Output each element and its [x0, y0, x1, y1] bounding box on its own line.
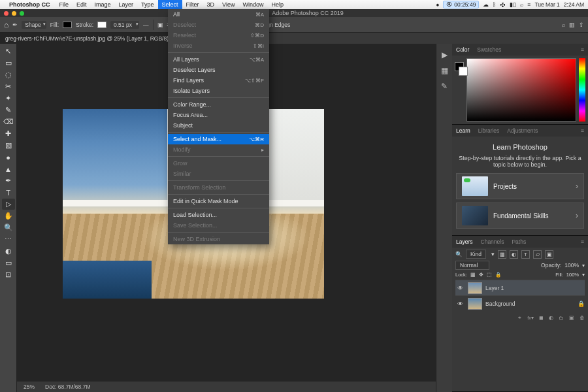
menu-item-color-range-[interactable]: Color Range... [168, 99, 269, 110]
menubar-date[interactable]: Tue Mar 1 [534, 1, 559, 8]
workspace-icon[interactable]: ▥ [569, 22, 575, 28]
filter-shape-icon[interactable]: ▱ [533, 250, 542, 259]
search-icon[interactable]: ⌕ [562, 22, 565, 28]
lock-artboard-icon[interactable]: ⬚ [487, 272, 492, 278]
color-field[interactable] [466, 58, 576, 122]
tool-9[interactable]: ● [2, 152, 15, 163]
home-icon[interactable]: ⌂ [4, 20, 8, 29]
document-tab[interactable]: greg-rivers-rChFUMwAe7E-unsplash.jpg @ 2… [0, 33, 174, 44]
tool-14[interactable]: ✋ [2, 210, 15, 221]
menubar-app[interactable]: Photoshop CC [5, 0, 54, 9]
mask-icon[interactable]: ◼ [539, 315, 544, 321]
menu-help[interactable]: Help [267, 0, 287, 9]
menu-item-deselect-layers[interactable]: Deselect Layers [168, 65, 269, 75]
history-icon[interactable]: ▦ [441, 66, 448, 75]
fill-swatch[interactable] [63, 22, 72, 28]
delete-icon[interactable]: 🗑 [580, 315, 585, 321]
learn-card-fundamentals[interactable]: Fundamental Skills › [456, 203, 584, 229]
visibility-icon[interactable]: 👁 [455, 285, 465, 291]
tool-10[interactable]: ▲ [2, 163, 15, 174]
tool-3[interactable]: ✂ [2, 81, 15, 92]
tool-1[interactable]: ▭ [2, 57, 15, 69]
filter-type-icon[interactable]: T [521, 250, 530, 259]
zoom-level[interactable]: 25% [24, 384, 35, 390]
menu-item-select-and-mask-[interactable]: Select and Mask...⌥⌘R [168, 134, 269, 144]
menu-item-find-layers[interactable]: Find Layers⌥⇧⌘F [168, 75, 269, 86]
tab-learn[interactable]: Learn [456, 127, 470, 134]
adjustment-icon[interactable]: ◐ [549, 315, 553, 321]
menu-edit[interactable]: Edit [73, 0, 91, 9]
tool-6[interactable]: ⌫ [2, 116, 15, 127]
menu-item-isolate-layers[interactable]: Isolate Layers [168, 86, 269, 96]
link-layers-icon[interactable]: ⚭ [517, 315, 522, 321]
menu-item-edit-in-quick-mask-mode[interactable]: Edit in Quick Mask Mode [168, 196, 269, 206]
fx-icon[interactable]: fx▾ [527, 315, 534, 321]
menu-layer[interactable]: Layer [115, 0, 138, 9]
menubar-timer[interactable]: ⦿00:25:49 [443, 1, 479, 8]
tab-adjustments[interactable]: Adjustments [507, 127, 538, 134]
menu-3d[interactable]: 3D [203, 0, 219, 9]
group-icon[interactable]: 🗀 [559, 315, 564, 321]
tab-libraries[interactable]: Libraries [478, 127, 500, 134]
new-layer-icon[interactable]: ▣ [569, 315, 574, 321]
layer-row[interactable]: 👁 Background 🔒 [455, 295, 585, 311]
filter-smart-icon[interactable]: ▣ [545, 250, 553, 259]
search-icon[interactable]: ⌕ [520, 1, 523, 8]
cloud-icon[interactable]: ☁ [483, 1, 489, 8]
filter-pixel-icon[interactable]: ▦ [498, 250, 506, 259]
blend-mode-select[interactable]: Normal [455, 261, 489, 270]
tab-channels[interactable]: Channels [481, 238, 504, 245]
tab-paths[interactable]: Paths [512, 238, 526, 245]
tool-mode-select[interactable]: Shape [22, 21, 46, 29]
filter-adjust-icon[interactable]: ◐ [510, 250, 518, 259]
menu-item-subject[interactable]: Subject [168, 120, 269, 131]
menu-image[interactable]: Image [91, 0, 115, 9]
menu-type[interactable]: Type [137, 0, 158, 9]
layer-row[interactable]: 👁 Layer 1 [455, 280, 585, 295]
menubar-time[interactable]: 2:24 AM [564, 1, 584, 8]
menu-file[interactable]: File [56, 0, 73, 9]
tool-13[interactable]: ▷ [2, 199, 15, 210]
visibility-icon[interactable]: 👁 [455, 301, 465, 307]
menu-item-all[interactable]: All⌘A [168, 9, 269, 20]
zoom-button[interactable] [20, 11, 24, 16]
menu-filter[interactable]: Filter [182, 0, 203, 9]
fg-bg-swatches[interactable] [455, 62, 464, 122]
bluetooth-icon[interactable]: ᛒ [493, 1, 496, 8]
panel-menu-icon[interactable]: ≡ [581, 127, 584, 134]
tool-17[interactable]: ◐ [2, 246, 15, 257]
tool-2[interactable]: ◌ [2, 69, 15, 80]
stroke-swatch[interactable] [97, 22, 106, 28]
menu-select[interactable]: Select [158, 0, 182, 9]
learn-card-projects[interactable]: Projects › [456, 173, 584, 199]
control-center-icon[interactable]: ≡ [527, 1, 531, 8]
lock-position-icon[interactable]: ✥ [479, 272, 483, 278]
doc-size[interactable]: Doc: 68.7M/68.7M [45, 384, 90, 390]
minimize-button[interactable] [12, 11, 16, 16]
battery-icon[interactable]: ▮▯ [510, 1, 516, 8]
tool-5[interactable]: ✎ [2, 105, 15, 116]
expand-icon[interactable]: ▶ [442, 50, 448, 59]
stroke-width[interactable]: 0.51 px [110, 21, 139, 29]
pen-tool-icon[interactable]: ✒ [12, 22, 18, 28]
filter-kind-select[interactable]: Kind [466, 250, 486, 259]
panel-menu-icon[interactable]: ≡ [581, 46, 584, 53]
opacity-value[interactable]: 100% [564, 262, 579, 269]
wifi-icon[interactable]: ⧾ [500, 1, 506, 8]
lock-all-icon[interactable]: 🔒 [495, 272, 501, 278]
tool-15[interactable]: 🔍 [2, 222, 15, 233]
menu-item-focus-area-[interactable]: Focus Area... [168, 110, 269, 120]
tool-4[interactable]: ✦ [2, 93, 15, 104]
tab-swatches[interactable]: Swatches [477, 46, 501, 53]
tab-layers[interactable]: Layers [456, 238, 473, 245]
tool-12[interactable]: T [2, 187, 15, 198]
tool-11[interactable]: ✒ [2, 175, 15, 186]
path-ops-icon[interactable]: ▣ [157, 22, 163, 28]
close-button[interactable] [4, 11, 8, 16]
fill-value[interactable]: 100% [566, 272, 579, 278]
menu-view[interactable]: View [218, 0, 238, 9]
menu-item-load-selection-[interactable]: Load Selection... [168, 210, 269, 220]
lock-pixels-icon[interactable]: ▦ [470, 272, 476, 278]
hue-strip[interactable] [579, 58, 585, 122]
menu-item-all-layers[interactable]: All Layers⌥⌘A [168, 54, 269, 65]
